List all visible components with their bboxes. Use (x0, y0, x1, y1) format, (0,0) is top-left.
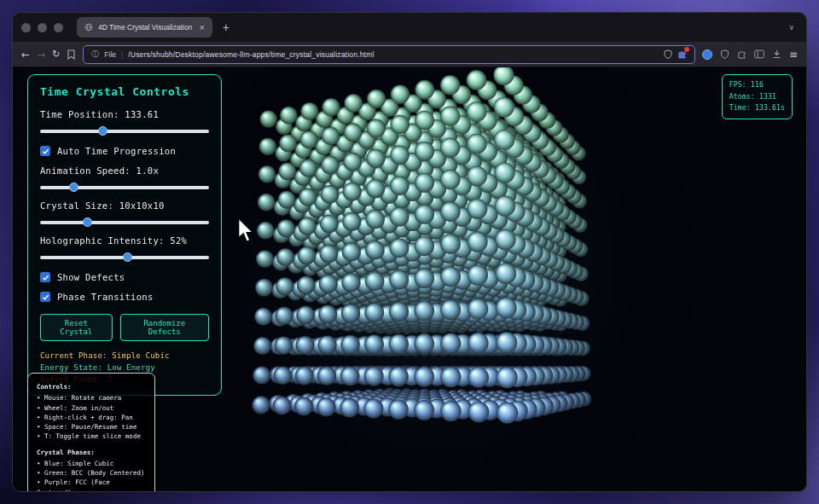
controls-help-title: Controls: (37, 382, 146, 391)
time-position-label: Time Position: 133.61 (40, 109, 209, 119)
time-stat: Time: 133.61s (729, 102, 785, 114)
url-divider: | (121, 50, 123, 59)
show-defects-checkbox[interactable] (40, 272, 50, 282)
help-item: Wheel: Zoom in/out (37, 403, 146, 413)
panel-buttons: Reset Crystal Randomize Defects (40, 314, 209, 341)
globe-favicon-icon (84, 23, 93, 32)
auto-time-progression-row[interactable]: Auto Time Progression (40, 146, 209, 156)
browser-tab[interactable]: 4D Time Crystal Visualization × (77, 17, 212, 38)
atoms-stat: Atoms: 1331 (729, 91, 785, 103)
time-position-slider[interactable] (40, 125, 209, 136)
page-content: Time Crystal Controls Time Position: 133… (13, 67, 806, 491)
navbar: ← → ↻ ⓘ File | /Users/shubh/Desktop/awes… (13, 42, 806, 67)
animation-speed-slider[interactable] (40, 182, 209, 193)
panel-title: Time Crystal Controls (40, 85, 209, 98)
checkmark-icon (42, 293, 49, 301)
help-item: Mouse: Rotate camera (37, 393, 146, 403)
fps-stat: FPS: 116 (729, 79, 785, 91)
url-text[interactable]: /Users/shubh/Desktop/awesome-llm-apps/ti… (128, 50, 659, 59)
bookmark-icon[interactable] (67, 49, 76, 60)
holographic-intensity-slider[interactable] (40, 252, 209, 263)
slider-track (40, 186, 209, 189)
show-defects-label: Show Defects (57, 272, 125, 282)
shield-icon[interactable] (664, 49, 672, 59)
help-item: Blue: Simple Cubic (37, 459, 146, 468)
phase-transitions-checkbox[interactable] (40, 292, 50, 302)
auto-time-checkbox[interactable] (40, 146, 50, 156)
animation-speed-label: Animation Speed: 1.0x (40, 165, 209, 176)
extension-badge-wrap[interactable] (677, 49, 687, 59)
show-defects-row[interactable]: Show Defects (40, 272, 209, 282)
phase-transitions-label: Phase Transitions (57, 292, 154, 302)
list-tabs-chevron-icon[interactable]: ∨ (785, 23, 798, 32)
slider-track (40, 221, 209, 224)
phases-help-title: Crystal Phases: (37, 448, 146, 457)
back-button[interactable]: ← (21, 49, 30, 60)
url-bar[interactable]: ⓘ File | /Users/shubh/Desktop/awesome-ll… (83, 45, 695, 64)
new-tab-button[interactable]: + (223, 20, 229, 34)
crystal-size-label: Crystal Size: 10x10x10 (40, 200, 209, 211)
sidebar-toggle-icon[interactable] (754, 49, 764, 59)
notification-badge (684, 47, 689, 52)
titlebar: 4D Time Crystal Visualization × + ∨ (13, 13, 806, 42)
browser-window: 4D Time Crystal Visualization × + ∨ ← → … (12, 12, 807, 492)
extensions-puzzle-icon[interactable] (737, 49, 746, 59)
tab-title: 4D Time Crystal Visualization (98, 23, 192, 32)
auto-time-label: Auto Time Progression (57, 146, 176, 156)
holographic-intensity-label: Holographic Intensity: 52% (40, 235, 209, 246)
mouse-cursor (236, 217, 255, 243)
reload-button[interactable]: ↻ (52, 49, 60, 59)
phase-transitions-row[interactable]: Phase Transitions (40, 292, 209, 302)
slider-thumb[interactable] (98, 126, 107, 136)
slider-track (40, 130, 209, 133)
help-item: Purple: FCC (Face Centered) (37, 478, 146, 491)
traffic-lights (21, 23, 63, 32)
menu-hamburger-icon[interactable]: ≡ (789, 49, 798, 61)
help-item: Green: BCC (Body Centered) (37, 468, 146, 478)
help-item: T: Toggle time slice mode (37, 432, 146, 441)
help-item: Space: Pause/Resume time (37, 422, 146, 432)
maximize-window-button[interactable] (54, 23, 63, 32)
checkmark-icon (42, 148, 49, 155)
time-crystal-controls-panel: Time Crystal Controls Time Position: 133… (27, 74, 222, 396)
account-avatar-icon[interactable] (702, 49, 712, 60)
reset-crystal-button[interactable]: Reset Crystal (40, 314, 113, 341)
help-panel: Controls: Mouse: Rotate camera Wheel: Zo… (27, 373, 155, 491)
tab-close-icon[interactable]: × (199, 22, 204, 32)
close-window-button[interactable] (21, 23, 31, 32)
slider-thumb[interactable] (123, 252, 132, 262)
minimize-window-button[interactable] (38, 23, 47, 32)
url-scheme-label: File (104, 50, 116, 59)
current-phase-status: Current Phase: Simple Cubic (40, 350, 209, 362)
toolbar-icons: ≡ (702, 49, 798, 61)
stats-panel: FPS: 116 Atoms: 1331 Time: 133.61s (722, 74, 793, 119)
forward-button[interactable]: → (37, 49, 45, 60)
desktop: { "browser": { "tab": { "title": "4D Tim… (0, 0, 819, 504)
slider-thumb[interactable] (69, 182, 78, 192)
checkmark-icon (42, 274, 49, 281)
randomize-defects-button[interactable]: Randomize Defects (120, 314, 209, 341)
downloads-icon[interactable] (772, 49, 781, 59)
slider-thumb[interactable] (83, 217, 92, 227)
help-item: Right-click + drag: Pan (37, 413, 146, 422)
shield-permissions-icon[interactable] (720, 49, 729, 59)
page-info-icon[interactable]: ⓘ (91, 49, 99, 60)
crystal-size-slider[interactable] (40, 217, 209, 228)
